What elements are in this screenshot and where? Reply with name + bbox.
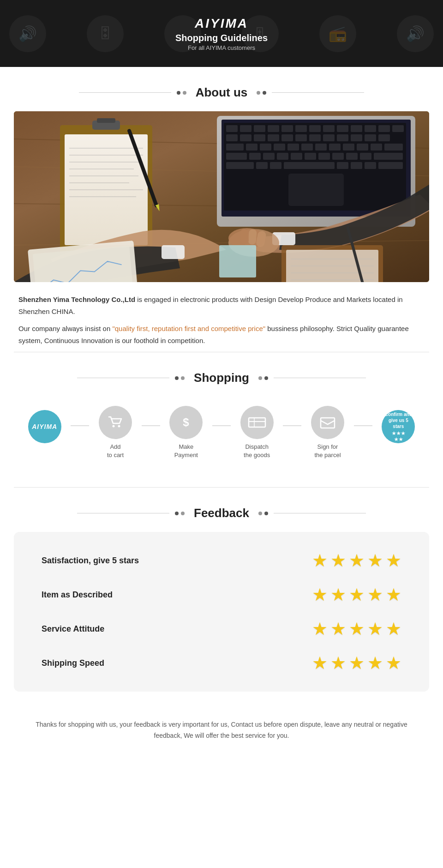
- star-d2: ★: [330, 585, 346, 605]
- svg-rect-47: [263, 153, 275, 160]
- svg-rect-27: [309, 134, 321, 141]
- svg-rect-22: [240, 134, 251, 141]
- svg-text:$: $: [183, 416, 190, 428]
- star-s1: ★: [312, 550, 328, 571]
- feedback-row-described: Item as Described ★ ★ ★ ★ ★: [42, 585, 401, 605]
- bg-icon-5: 📻: [319, 15, 356, 52]
- about-title: About us: [196, 85, 248, 100]
- shopping-title: Shopping: [194, 371, 249, 385]
- svg-rect-68: [97, 118, 115, 123]
- shopping-steps-container: AIYIMA Addto cart: [0, 397, 443, 469]
- dot-11: [258, 512, 262, 515]
- about-p2-start: Our company always insist on: [18, 325, 112, 332]
- about-content: Shenzhen Yima Technology Co.,Ltd is enga…: [0, 111, 443, 346]
- star-s2: ★: [330, 550, 346, 571]
- header-line-right: [272, 92, 364, 93]
- step-confirm-circle: Confirm andgive us 5 stars ★ ★ ★ ★ ★: [382, 410, 415, 443]
- svg-rect-86: [219, 245, 256, 277]
- mini-star-2: ★: [396, 430, 401, 436]
- star-d4: ★: [367, 585, 383, 605]
- svg-rect-15: [323, 125, 335, 132]
- svg-rect-32: [378, 134, 390, 141]
- confirm-stars: ★ ★ ★ ★ ★: [392, 430, 405, 442]
- stars-satisfaction: ★ ★ ★ ★ ★: [312, 550, 401, 571]
- about-text: Shenzhen Yima Technology Co.,Ltd is enga…: [14, 294, 429, 346]
- star-d3: ★: [349, 585, 365, 605]
- star-sv1: ★: [312, 619, 328, 639]
- step-dispatch: Dispatchthe goods: [231, 406, 283, 459]
- svg-rect-43: [371, 144, 382, 151]
- svg-rect-12: [281, 125, 293, 132]
- svg-rect-46: [249, 153, 261, 160]
- svg-rect-18: [365, 125, 376, 132]
- svg-rect-36: [274, 144, 285, 151]
- star-sh2: ★: [330, 653, 346, 673]
- page-title: Shopping Guidelines: [175, 33, 268, 43]
- star-s4: ★: [367, 550, 383, 571]
- step-cart: Addto cart: [89, 406, 141, 459]
- star-d5: ★: [386, 585, 401, 605]
- step-cart-circle: [99, 406, 132, 439]
- svg-rect-55: [374, 153, 403, 160]
- star-s5: ★: [386, 550, 401, 571]
- step-confirm: Confirm andgive us 5 stars ★ ★ ★ ★ ★: [372, 410, 425, 455]
- confirm-stars-row2: ★ ★: [394, 436, 403, 442]
- svg-rect-30: [351, 134, 362, 141]
- bg-icon-6: 🔊: [397, 15, 434, 52]
- shopping-section: Shopping AIYIMA: [0, 352, 443, 469]
- star-sh1: ★: [312, 653, 328, 673]
- feedback-section-header: Feedback: [0, 506, 443, 520]
- svg-rect-44: [384, 144, 403, 151]
- svg-rect-45: [226, 153, 247, 160]
- star-sv2: ★: [330, 619, 346, 639]
- header-dots-left: [177, 91, 186, 95]
- connector-1: [71, 425, 89, 426]
- brand-logo: AIYIMA: [175, 16, 268, 31]
- feedback-row-shipping: Shipping Speed ★ ★ ★ ★ ★: [42, 653, 401, 673]
- svg-rect-42: [357, 144, 368, 151]
- svg-rect-13: [295, 125, 307, 132]
- svg-rect-19: [378, 125, 390, 132]
- shopping-line-right: [274, 378, 366, 378]
- mini-star-1: ★: [392, 430, 396, 436]
- star-sh3: ★: [349, 653, 365, 673]
- header-content: AIYIMA Shopping Guidelines For all AIYIM…: [175, 16, 268, 51]
- star-sv3: ★: [349, 619, 365, 639]
- dot-7: [258, 376, 262, 380]
- step-dispatch-circle: [240, 406, 274, 439]
- svg-rect-48: [277, 153, 288, 160]
- brand-circle-text: AIYIMA: [32, 423, 57, 430]
- feedback-section: Feedback Satisfaction, give 5 stars ★ ★ …: [0, 487, 443, 692]
- svg-rect-61: [351, 162, 362, 169]
- step-sign-label: Sign forthe parcel: [314, 443, 341, 459]
- svg-rect-63: [378, 162, 403, 169]
- about-image: [14, 111, 429, 282]
- bg-icon-1: 🔊: [9, 15, 46, 52]
- feedback-label-service: Service Attitude: [42, 624, 104, 634]
- dot-9: [175, 512, 179, 515]
- star-s3: ★: [349, 550, 365, 571]
- connector-5: [354, 425, 372, 426]
- svg-rect-28: [323, 134, 335, 141]
- dot-4: [263, 91, 266, 95]
- connector-3: [212, 425, 231, 426]
- svg-rect-23: [254, 134, 265, 141]
- svg-rect-40: [329, 144, 341, 151]
- svg-rect-10: [254, 125, 265, 132]
- footer-text: Thanks for shopping with us, your feedba…: [0, 710, 443, 760]
- header-dots-right: [257, 91, 266, 95]
- svg-rect-11: [268, 125, 279, 132]
- feedback-row-satisfaction: Satisfaction, give 5 stars ★ ★ ★ ★ ★: [42, 550, 401, 571]
- about-paragraph-1: Shenzhen Yima Technology Co.,Ltd is enga…: [18, 294, 425, 317]
- dot-5: [175, 376, 179, 380]
- stars-shipping: ★ ★ ★ ★ ★: [312, 653, 401, 673]
- svg-rect-17: [351, 125, 362, 132]
- feedback-dots-right: [258, 512, 268, 515]
- confirm-stars-row1: ★ ★ ★: [392, 430, 405, 436]
- svg-rect-84: [248, 229, 257, 245]
- svg-rect-16: [337, 125, 348, 132]
- svg-rect-14: [309, 125, 321, 132]
- confirm-text-line1: Confirm andgive us 5 stars: [384, 411, 413, 429]
- shopping-line-left: [77, 378, 169, 378]
- svg-rect-38: [301, 144, 313, 151]
